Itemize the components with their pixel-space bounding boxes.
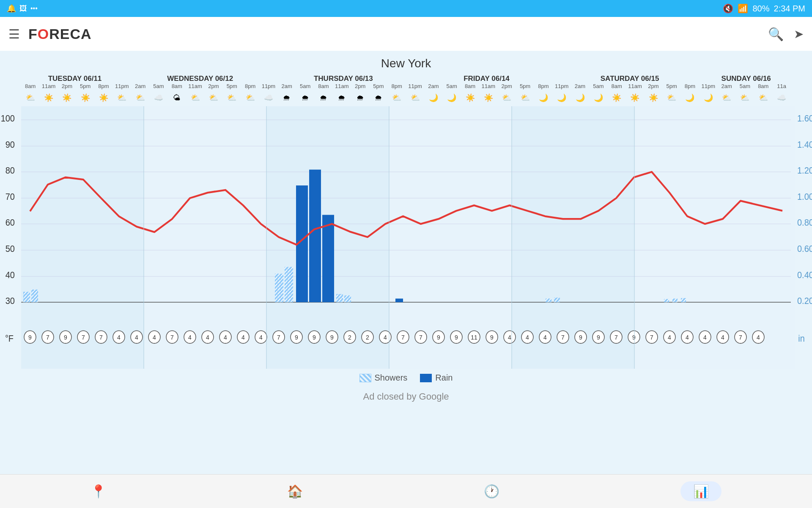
precip-bar-sat-1	[546, 298, 551, 302]
y-label-100r: 1.00	[797, 192, 812, 202]
search-icon[interactable]: 🔍	[768, 27, 784, 41]
svg-text:9: 9	[64, 334, 67, 341]
wifi-icon: 📶	[738, 3, 748, 14]
day-saturday: SATURDAY 06/15	[558, 75, 702, 83]
app-logo[interactable]: FORECA	[28, 26, 92, 42]
nav-chart[interactable]: 📊	[680, 481, 721, 501]
wx-icon-5: ⛅	[113, 93, 131, 102]
wx-icon-40: ⛅	[754, 93, 772, 102]
precip-bar-showers-2	[285, 267, 293, 302]
wx-icon-13: ☁️	[259, 93, 277, 102]
precip-bar-tue-1	[23, 292, 30, 302]
svg-text:9: 9	[313, 334, 316, 341]
location-nav-icon: 📍	[91, 484, 106, 499]
wx-icon-11: ⛅	[223, 93, 241, 102]
menu-icon[interactable]: ☰	[8, 27, 20, 41]
wx-icon-41: ☁️	[772, 93, 790, 102]
location-arrow-icon[interactable]: ➤	[794, 27, 804, 41]
svg-rect-1	[144, 106, 266, 369]
wx-icon-2: ☀️	[58, 93, 76, 102]
svg-rect-0	[21, 106, 144, 369]
svg-text:4: 4	[259, 334, 263, 341]
y-label-140: 1.40	[797, 140, 812, 150]
app-bar-left: ☰ FORECA	[8, 26, 92, 42]
legend-showers-icon	[359, 374, 371, 382]
weather-chart: 100 90 80 70 60 50 40 30 °F 1.60 1.40 1.…	[0, 106, 812, 369]
nav-location[interactable]: 📍	[91, 484, 106, 499]
ad-closed-text: Ad closed by Google	[0, 387, 812, 406]
precip-bar-fri-start	[344, 295, 351, 302]
city-title: New York	[0, 51, 812, 73]
svg-text:4: 4	[153, 334, 156, 341]
svg-text:4: 4	[188, 334, 192, 341]
y-label-30: 30	[5, 296, 15, 306]
legend-showers: Showers	[359, 373, 408, 383]
wx-icon-7: ☁️	[149, 93, 167, 102]
svg-text:4: 4	[206, 334, 209, 341]
svg-text:11: 11	[471, 334, 477, 341]
mute-icon: 🔇	[723, 3, 733, 14]
svg-text:2: 2	[366, 334, 369, 341]
svg-rect-5	[634, 106, 795, 369]
precip-bar-thu-end	[336, 294, 343, 302]
wx-icon-32: ☀️	[608, 93, 626, 102]
app-bar: ☰ FORECA 🔍 ➤	[0, 17, 812, 51]
y-label-060: 0.60	[797, 244, 812, 254]
svg-text:7: 7	[614, 334, 618, 341]
svg-text:7: 7	[82, 334, 85, 341]
svg-text:7: 7	[46, 334, 49, 341]
wx-icon-31: 🌙	[589, 93, 607, 102]
y-label-50: 50	[5, 244, 15, 254]
svg-text:7: 7	[401, 334, 405, 341]
svg-text:9: 9	[330, 334, 334, 341]
wx-icon-23: 🌙	[443, 93, 461, 102]
svg-text:7: 7	[650, 334, 653, 341]
wx-icon-20: ⛅	[388, 93, 406, 102]
precip-bar-fri-1	[395, 298, 403, 302]
wx-icon-17: 🌧	[333, 94, 351, 102]
svg-text:4: 4	[384, 334, 387, 341]
wx-icon-39: ⛅	[736, 93, 754, 102]
svg-text:4: 4	[686, 334, 689, 341]
svg-text:9: 9	[28, 334, 32, 341]
precip-bar-tue-2	[31, 290, 38, 302]
y-label-160: 1.60	[797, 113, 812, 124]
wx-icon-4: ☀️	[94, 93, 112, 102]
wx-icon-35: ⛅	[662, 93, 680, 102]
svg-text:7: 7	[170, 334, 174, 341]
wx-icon-16: 🌧	[314, 94, 332, 102]
svg-text:9: 9	[455, 334, 458, 341]
status-right: 🔇 📶 80% 2:34 PM	[723, 3, 805, 14]
svg-text:4: 4	[757, 334, 760, 341]
day-sunday: SUNDAY 06/16	[701, 75, 791, 83]
wx-icon-38: ⛅	[717, 93, 735, 102]
nav-home[interactable]: 🏠	[287, 484, 303, 499]
precip-bar-sun-2	[672, 298, 678, 302]
day-thursday: THURSDAY 06/13	[272, 75, 415, 83]
precip-bar-rain-3	[322, 215, 334, 302]
wx-icon-8: 🌤	[168, 94, 186, 102]
legend: Showers Rain	[0, 369, 812, 387]
day-tuesday: TUESDAY 06/11	[21, 75, 129, 83]
wx-icon-21: ⛅	[406, 93, 424, 102]
app-bar-right: 🔍 ➤	[768, 27, 804, 41]
svg-text:7: 7	[419, 334, 422, 341]
times-row: 8am 11am 2pm 5pm 8pm 11pm 2am 5am 8am 11…	[0, 83, 812, 89]
precip-bar-sun-1	[664, 299, 669, 302]
day-friday: FRIDAY 06/14	[415, 75, 558, 83]
bottom-nav: 📍 🏠 🕐 📊	[0, 474, 812, 508]
y-label-80: 80	[5, 166, 15, 176]
wx-icon-6: ⛅	[131, 93, 149, 102]
wx-icon-18: 🌧	[351, 94, 369, 102]
nav-history[interactable]: 🕐	[484, 484, 499, 499]
nav-chart-bg: 📊	[680, 481, 721, 501]
precip-bar-sat-2	[554, 298, 560, 302]
svg-text:4: 4	[224, 334, 227, 341]
svg-text:9: 9	[437, 334, 440, 341]
wx-icon-10: ⛅	[204, 93, 222, 102]
svg-text:7: 7	[99, 334, 103, 341]
weather-icons-row: ⛅ ☀️ ☀️ ☀️ ☀️ ⛅ ⛅ ☁️ 🌤 ⛅ ⛅ ⛅ ⛅ ☁️ 🌧 🌧 🌧 …	[0, 89, 812, 106]
legend-showers-label: Showers	[375, 373, 408, 383]
y-label-70: 70	[5, 192, 15, 202]
svg-text:4: 4	[668, 334, 671, 341]
